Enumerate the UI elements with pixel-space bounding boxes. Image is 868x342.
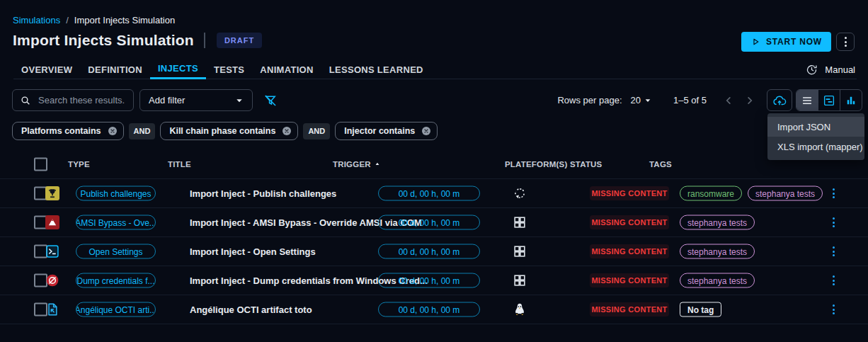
trigger-chip: 00 d, 00 h, 00 m [378, 273, 480, 288]
filter-operator[interactable]: AND [129, 123, 156, 139]
tag-chip-ransomware[interactable]: ransomware [680, 186, 742, 201]
filter-chip-platforms-contains[interactable]: Platforms contains [12, 122, 124, 140]
update-mode-button[interactable]: Manual [806, 64, 855, 76]
filter-chip-label: Injector contains [344, 126, 415, 136]
tabs-bar: OVERVIEWDEFINITIONINJECTSTESTSANIMATIONL… [13, 59, 857, 79]
trigger-chip: 00 d, 00 h, 00 m [378, 186, 480, 201]
search-icon [20, 95, 31, 106]
search-box [12, 89, 134, 111]
tags: stephanya tests [680, 244, 755, 259]
tag-chip-stephanya-tests[interactable]: stephanya tests [748, 186, 823, 201]
terminal-icon [45, 244, 59, 258]
tab-animation[interactable]: ANIMATION [252, 59, 321, 79]
artifact-file-icon [45, 302, 59, 317]
breadcrumb-current: Import Injects Simulation [74, 15, 175, 25]
add-filter-select[interactable]: Add filter [139, 89, 253, 111]
inject-title: Import Inject - Open Settings [190, 246, 316, 257]
inject-title: Angélique OCTI artifact toto [190, 304, 312, 315]
column-header-title[interactable]: TITLE [168, 160, 191, 169]
tag-chip-stephanya-tests[interactable]: stephanya tests [680, 273, 755, 288]
filter-chip-kill-chain-phase-contains[interactable]: Kill chain phase contains [160, 122, 298, 140]
header-menu-button[interactable] [836, 33, 855, 51]
breadcrumb-link-simulations[interactable]: Simulations [13, 15, 60, 25]
tags: ransomwarestephanya tests [680, 186, 823, 201]
view-toggle-list[interactable] [796, 90, 818, 110]
atomic-red-team-icon [45, 273, 59, 287]
tab-injects[interactable]: INJECTS [150, 59, 206, 79]
inject-type-chip: Angélique OCTI arti... [76, 302, 156, 317]
cancel-icon[interactable] [107, 125, 118, 137]
next-page-button[interactable] [742, 93, 758, 108]
row-menu-button[interactable] [833, 246, 835, 256]
row-menu-button[interactable] [833, 275, 835, 285]
column-header-trigger[interactable]: TRIGGER [333, 160, 382, 169]
inject-type-chip: AMSI Bypass - Ove... [76, 215, 156, 230]
bar-chart-icon [845, 94, 857, 107]
add-filter-label: Add filter [149, 95, 185, 106]
view-toggle-chart[interactable] [840, 90, 862, 110]
breadcrumb-separator: / [66, 15, 69, 25]
tags: stephanya tests [680, 273, 755, 288]
injects-table: Publish challengesImport Inject - Publis… [0, 178, 868, 324]
tab-overview[interactable]: OVERVIEW [13, 59, 80, 79]
row-menu-button[interactable] [833, 304, 835, 314]
windows-icon [513, 244, 527, 258]
pagination-range: 1–5 of 5 [673, 95, 707, 106]
status-badge: MISSING CONTENT [590, 302, 669, 317]
inject-type-chip: Publish challenges [76, 186, 156, 201]
column-header-type[interactable]: TYPE [68, 160, 90, 169]
table-row[interactable]: Publish challengesImport Inject - Publis… [0, 178, 868, 207]
previous-page-button[interactable] [721, 93, 736, 108]
inject-type-chip: Open Settings [76, 244, 156, 259]
column-label: TYPE [68, 160, 90, 169]
cancel-icon[interactable] [421, 125, 432, 137]
view-toggle-distribution[interactable] [818, 90, 840, 110]
column-header-plateform-s[interactable]: PLATEFORM(S) [505, 160, 567, 169]
chevron-left-icon [722, 94, 735, 107]
select-all-checkbox[interactable] [34, 158, 47, 171]
tag-chip-stephanya-tests[interactable]: stephanya tests [680, 244, 755, 259]
update-mode-label: Manual [825, 64, 855, 75]
tag-chip-no-tag[interactable]: No tag [680, 302, 721, 317]
menu-item-xls-import-mapper[interactable]: XLS import (mapper) [767, 137, 864, 156]
menu-item-import-json[interactable]: Import JSON [767, 117, 864, 137]
column-header-tags[interactable]: TAGS [649, 160, 672, 169]
column-header-status[interactable]: STATUS [570, 160, 603, 169]
sort-asc-icon [373, 160, 382, 169]
tab-definition[interactable]: DEFINITION [80, 59, 150, 79]
tags: No tag [680, 302, 721, 317]
row-menu-button[interactable] [833, 188, 835, 198]
table-row[interactable]: Angélique OCTI arti...Angélique OCTI art… [0, 295, 868, 324]
trigger-chip: 00 d, 00 h, 00 m [378, 244, 480, 259]
rows-per-page-label: Rows per page: [557, 95, 622, 106]
filter-operator[interactable]: AND [303, 123, 330, 139]
start-now-button[interactable]: START NOW [741, 32, 831, 52]
title-divider [204, 33, 205, 48]
table-row[interactable]: Open SettingsImport Inject - Open Settin… [0, 236, 868, 266]
windows-icon [513, 215, 527, 229]
inject-title: Import Inject - Publish challenges [190, 188, 336, 199]
list-view-icon [801, 94, 813, 107]
filter-chip-label: Platforms contains [21, 126, 101, 136]
status-badge-draft: DRAFT [217, 33, 262, 48]
chevron-right-icon [743, 94, 756, 107]
rows-per-page-value: 20 [631, 95, 641, 106]
tab-tests[interactable]: TESTS [206, 59, 252, 79]
rows-per-page-select[interactable]: 20 [631, 95, 653, 106]
column-label: TRIGGER [333, 160, 371, 169]
clear-filters-icon[interactable] [263, 93, 278, 108]
tab-lessons-learned[interactable]: LESSONS LEARNED [321, 59, 431, 79]
tag-chip-stephanya-tests[interactable]: stephanya tests [680, 215, 755, 230]
row-menu-button[interactable] [833, 217, 835, 227]
filter-chip-injector-contains[interactable]: Injector contains [335, 122, 438, 140]
table-row[interactable]: AMSI Bypass - Ove...Import Inject - AMSI… [0, 207, 868, 236]
active-filters: Platforms containsANDKill chain phase co… [12, 122, 438, 140]
breadcrumb: Simulations / Import Injects Simulation [13, 15, 175, 25]
header-actions: START NOW [741, 32, 855, 52]
search-input[interactable] [37, 94, 126, 106]
table-row[interactable]: Dump credentials f...Import Inject - Dum… [0, 266, 868, 295]
pagination-controls: Rows per page: 20 1–5 of 5 [557, 89, 862, 111]
title-row: Import Injects Simulation DRAFT [13, 32, 262, 49]
cancel-icon[interactable] [281, 125, 292, 137]
import-button[interactable] [767, 89, 792, 111]
